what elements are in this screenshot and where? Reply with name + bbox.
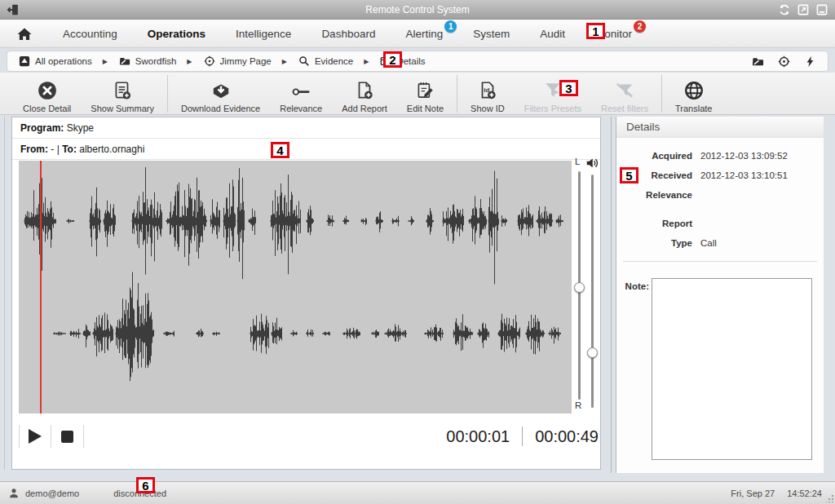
- breadcrumb-operation-swordfish[interactable]: Swordfish: [119, 55, 177, 67]
- details-divider: [623, 261, 817, 262]
- breadcrumb-separator-icon: ▶: [282, 58, 287, 65]
- search-icon: [298, 55, 310, 67]
- breadcrumb: All operations ▶ Swordfish ▶ Jimmy Page …: [7, 51, 828, 72]
- reset-filters-button: Reset filters: [591, 74, 658, 113]
- refresh-icon[interactable]: [778, 3, 791, 16]
- details-panel-title: Details: [616, 117, 824, 138]
- nav-tab-alerting[interactable]: Alerting 1: [405, 28, 443, 40]
- field-label: Report: [616, 214, 692, 233]
- main-nav: Accounting Operations Intelligence Dashb…: [0, 20, 835, 48]
- field-label: Acquired: [616, 146, 692, 166]
- id-doc-icon: id: [477, 80, 498, 101]
- window-title: Remote Control System: [0, 0, 835, 20]
- add-doc-icon: [354, 80, 375, 101]
- volume-slider-thumb[interactable]: [587, 347, 598, 358]
- content-left-edge: [4, 117, 5, 470]
- time-current: 00:00:01: [446, 427, 510, 446]
- player-controls: 00:00:01 00:00:49: [19, 419, 600, 453]
- field-label: Relevance: [616, 185, 692, 205]
- target-icon[interactable]: [778, 55, 790, 68]
- waveform-display[interactable]: [19, 161, 572, 413]
- relevance-button[interactable]: Relevance: [270, 74, 332, 113]
- operation-folder-icon[interactable]: [752, 55, 764, 68]
- lightning-icon[interactable]: [804, 55, 816, 68]
- nav-tab-dashboard[interactable]: Dashboard: [321, 28, 375, 40]
- show-summary-button[interactable]: Show Summary: [81, 74, 164, 113]
- fromto-row: From: - | To: alberto.ornaghi: [12, 139, 600, 160]
- callout-3: 3: [559, 80, 578, 96]
- breadcrumb-separator-icon: ▶: [103, 58, 108, 65]
- toolbar-separator: [167, 75, 168, 113]
- callout-1: 1: [586, 23, 605, 39]
- download-box-icon: [210, 80, 232, 101]
- breadcrumb-separator-icon: ▶: [364, 58, 369, 65]
- nav-tab-operations[interactable]: Operations: [148, 28, 205, 40]
- note-textarea[interactable]: [652, 278, 812, 460]
- breadcrumb-target-jimmy-page[interactable]: Jimmy Page: [204, 55, 272, 67]
- program-label: Program:: [20, 122, 64, 134]
- player-divider: [83, 425, 84, 448]
- time-separator: [522, 427, 523, 446]
- download-evidence-button[interactable]: Download Evidence: [171, 74, 270, 113]
- nav-tab-intelligence[interactable]: Intelligence: [236, 28, 291, 40]
- breadcrumb-all-operations[interactable]: All operations: [19, 55, 92, 67]
- player-divider: [51, 425, 51, 448]
- globe-icon: [683, 80, 705, 101]
- fields-spacer: [616, 205, 816, 214]
- edit-note-button[interactable]: Edit Note: [397, 74, 453, 113]
- field-label: Type: [616, 233, 692, 253]
- target-icon: [204, 55, 215, 67]
- program-row: Program: Skype: [12, 117, 600, 139]
- breadcrumb-evidence[interactable]: Evidence: [298, 55, 353, 67]
- player-divider: [19, 425, 20, 448]
- edit-note-icon: [414, 80, 435, 101]
- nav-tab-audit[interactable]: Audit: [540, 28, 565, 40]
- callout-4: 4: [271, 142, 289, 158]
- program-value: Skype: [67, 122, 94, 134]
- field-value: 2012-12-03 13:10:51: [700, 166, 816, 185]
- toolbar-separator: [661, 75, 662, 113]
- stop-button[interactable]: [61, 431, 73, 443]
- home-icon[interactable]: [16, 26, 33, 41]
- callout-5: 5: [620, 167, 638, 183]
- popout-icon[interactable]: [797, 3, 810, 16]
- field-value: 2012-12-03 13:09:52: [700, 146, 816, 166]
- from-value: -: [51, 144, 54, 155]
- volume-slider-track[interactable]: [591, 175, 594, 408]
- show-id-button[interactable]: id Show ID: [461, 74, 515, 113]
- minimize-window-icon[interactable]: [815, 3, 828, 16]
- balance-slider-thumb[interactable]: [574, 282, 585, 293]
- filter-reset-icon: [614, 80, 635, 101]
- toolbar-separator: [457, 75, 457, 113]
- breadcrumb-separator-icon: ▶: [187, 58, 192, 65]
- to-value: alberto.ornaghi: [79, 144, 144, 155]
- details-fields: Acquired 2012-12-03 13:09:52 Received 20…: [616, 146, 816, 253]
- close-detail-button[interactable]: Close Detail: [13, 74, 81, 113]
- callout-2: 2: [383, 51, 402, 68]
- statusbar: demo@demo disconnected Fri, Sep 27 14:52…: [0, 481, 835, 504]
- close-circle-icon: [37, 80, 58, 101]
- evidence-detail-panel: Program: Skype From: - | To: alberto.orn…: [11, 117, 601, 470]
- monitor-count-badge: 2: [634, 20, 646, 33]
- waveform-canvas[interactable]: [19, 161, 572, 413]
- summary-doc-icon: [112, 80, 133, 101]
- all-operations-icon: [19, 55, 30, 67]
- nav-tab-system[interactable]: System: [473, 28, 510, 40]
- play-button[interactable]: [29, 429, 42, 444]
- translate-button[interactable]: Translate: [665, 74, 722, 113]
- field-value: [700, 185, 816, 205]
- logged-in-user: demo@demo: [25, 489, 79, 498]
- resize-grip[interactable]: [826, 495, 833, 502]
- user-icon: [8, 488, 20, 499]
- callout-6: 6: [136, 477, 155, 493]
- from-label: From:: [20, 144, 48, 155]
- alerting-count-badge: 1: [444, 20, 457, 33]
- panel-split-line: [611, 117, 612, 473]
- nav-tab-accounting[interactable]: Accounting: [63, 28, 117, 40]
- logout-icon[interactable]: [6, 2, 20, 17]
- channel-right-label: R: [575, 400, 581, 410]
- add-report-button[interactable]: Add Report: [332, 74, 397, 113]
- operation-folder-icon: [119, 55, 130, 67]
- filters-presets-button: Filters Presets: [515, 74, 591, 113]
- status-date: Fri, Sep 27: [731, 489, 775, 498]
